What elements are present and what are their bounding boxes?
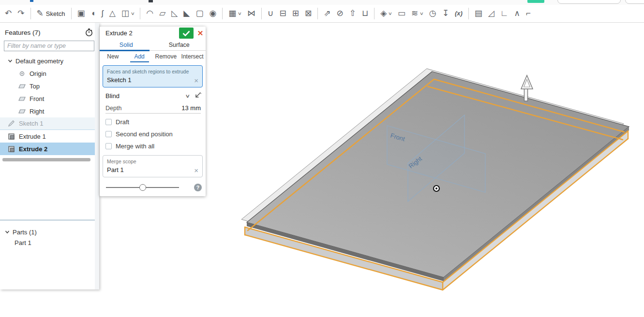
sweep-tool-button[interactable]: ʃ [99,6,106,21]
features-tree: Default geometry Origin Top Front R [0,55,99,155]
features-horizontal-scrollbar[interactable] [2,158,90,161]
move-face-tool-button[interactable]: ⇗ [321,6,333,21]
thicken-tool-button[interactable]: ◫∨ [119,6,137,21]
faces-selection-box[interactable]: Faces and sketch regions to extrude Sket… [103,65,203,87]
help-button[interactable]: ? [194,184,202,191]
features-filter-input[interactable] [4,41,94,51]
tree-item-front-plane[interactable]: Front [0,92,99,105]
merge-with-all-checkbox-row[interactable]: Merge with all [105,143,200,150]
tree-item-origin[interactable]: Origin [0,67,99,80]
draft-checkbox[interactable] [105,119,112,125]
delete-face-tool-button[interactable]: ⊘ [333,6,346,21]
rib-tool-button[interactable]: ◣ [180,6,193,21]
helix-icon: ≋ [411,9,418,18]
tree-item-extrude-1[interactable]: Extrude 1 [0,130,99,143]
split-tool-button[interactable]: ⊟ [276,6,289,21]
linear-pattern-dropdown-icon[interactable]: ∨ [238,11,242,16]
draft-checkbox-row[interactable]: Draft [105,118,200,126]
search-box-fragment[interactable] [557,0,621,4]
clear-merge-scope-icon[interactable]: × [194,167,198,174]
thicken-dropdown-icon[interactable]: ∨ [130,11,135,16]
revision-history-icon: ◷ [429,9,436,18]
fill-surface-dropdown-icon[interactable]: ∨ [388,11,392,16]
chevron-down-icon[interactable] [5,230,10,234]
tree-item-extrude-2[interactable]: Extrude 2 [0,143,99,155]
fillet-tool-button[interactable]: ◠ [143,6,156,21]
rollback-timer-icon[interactable] [85,28,93,37]
clear-selection-icon[interactable]: × [194,77,198,84]
tab-surface[interactable]: Surface [153,40,206,50]
delete-part-tool-button[interactable]: ⊠ [302,6,315,21]
features-panel-empty-area [0,161,99,219]
op-intersect[interactable]: Intersect [179,51,206,62]
undo-tool-button[interactable]: ↶ [2,6,15,21]
merge-scope-box[interactable]: Merge scope Part 1 × [103,155,203,177]
confirm-button[interactable] [179,28,194,39]
fill-surface-tool-button[interactable]: ◈∨ [377,6,395,21]
op-add[interactable]: Add [126,51,153,62]
plane-icon: ▭ [398,9,405,18]
chamfer-tool-button[interactable]: ▱ [156,6,168,21]
chevron-down-icon[interactable] [8,58,13,63]
preview-opacity-slider[interactable] [106,187,179,188]
parts-header[interactable]: Parts (1) [5,227,99,237]
question-icon: ? [196,185,199,190]
tree-item-right-plane[interactable]: Right [0,105,99,117]
origin-icon [18,70,26,77]
model-part[interactable] [241,69,629,290]
sheet-metal-tool-button[interactable]: ▤ [472,6,485,21]
op-remove[interactable]: Remove [153,51,180,62]
revolve-tool-button[interactable]: ◖ [88,6,99,21]
extrude-tool-button[interactable]: ▣ [75,6,88,21]
tree-item-top-plane[interactable]: Top [0,80,99,92]
parts-item-part-1[interactable]: Part 1 [5,237,99,248]
tab-indicator-fragment [30,0,33,2]
bend-tool-button[interactable]: ◿ [485,6,497,21]
revision-history-tool-button[interactable]: ◷ [426,6,439,21]
sketch-tool-button[interactable]: ✎Sketch [34,6,68,21]
toolbar-divider [261,8,262,19]
tab-solid[interactable]: Solid [100,40,153,50]
origin-marker[interactable] [434,186,439,191]
depth-field[interactable]: Depth 13 mm [105,104,201,114]
helix-tool-button[interactable]: ≋∨ [408,6,426,21]
routing-tool-button[interactable]: ⌐ [523,6,534,21]
dropdown-caret-icon[interactable]: ∨ [185,93,190,99]
offset-surface-tool-button[interactable]: ⊔ [359,6,371,21]
features-scrollbar-track[interactable] [95,23,99,289]
redo-tool-button[interactable]: ↷ [15,6,27,21]
linear-pattern-tool-button[interactable]: ▦∨ [225,6,244,21]
helix-dropdown-icon[interactable]: ∨ [419,11,424,16]
flip-direction-button[interactable] [193,92,202,100]
share-button-fragment[interactable] [527,0,544,3]
extrude-feature-icon [8,145,15,153]
import-tool-button[interactable]: ↧ [439,6,452,21]
tree-item-sketch-1[interactable]: Sketch 1 [0,117,99,130]
fillet-icon: ◠ [146,9,153,18]
replace-face-tool-button[interactable]: ⇧ [346,6,359,21]
slider-knob[interactable] [139,184,146,191]
tree-item-default-geometry[interactable]: Default geometry [0,55,99,67]
help-box-fragment[interactable] [625,0,644,4]
boolean-tool-button[interactable]: ∪ [265,6,276,21]
plane-icon [18,108,26,115]
shell-tool-button[interactable]: ▢ [193,6,206,21]
merge-with-all-checkbox[interactable] [105,143,112,149]
features-panel: Features (7) Default geometry Origin [0,23,99,289]
second-end-position-checkbox-row[interactable]: Second end position [105,130,200,138]
flange-tool-button[interactable]: ∟ [497,6,511,21]
fold-tool-button[interactable]: ∧ [511,6,523,21]
transform-tool-button[interactable]: ⊞ [289,6,302,21]
mirror-tool-button[interactable]: ⋈ [244,6,258,21]
op-new[interactable]: New [100,51,126,62]
cancel-button[interactable]: ✕ [195,28,206,39]
second-end-position-checkbox[interactable] [105,131,112,137]
depth-input[interactable]: 13 mm [181,104,201,112]
loft-tool-button[interactable]: △ [106,6,119,21]
variable-tool-button[interactable]: (x) [452,6,465,21]
selection-value: Sketch 1 [107,76,198,84]
end-condition-dropdown[interactable]: Blind [105,92,186,100]
plane-tool-button[interactable]: ▭ [395,6,408,21]
draft-tool-button[interactable]: ◺ [168,6,180,21]
hole-tool-button[interactable]: ◉ [207,6,220,21]
